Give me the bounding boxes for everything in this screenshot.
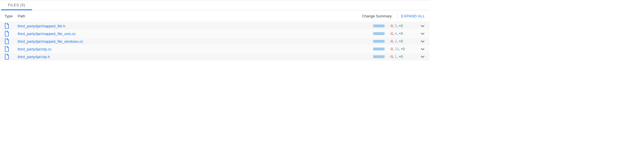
file-path-link[interactable]: third_party/ijar/mapped_file_unix.cc	[18, 32, 373, 36]
header-separator	[397, 13, 398, 19]
change-stats: -0, 4, +0	[390, 32, 417, 36]
file-icon	[5, 38, 18, 44]
change-bar	[373, 40, 385, 43]
change-bar	[373, 48, 385, 50]
file-icon	[5, 23, 18, 29]
tab-strip: FILES (5)	[0, 0, 429, 10]
tab-count: (5)	[20, 3, 25, 7]
change-stats: -0, 3, +0	[390, 24, 417, 28]
header-type: Type	[5, 14, 18, 18]
chevron-down-icon	[420, 24, 425, 28]
change-stats: -0, 2, +0	[390, 39, 417, 43]
change-stats: -0, 1, +0	[390, 55, 417, 59]
file-icon	[5, 46, 18, 52]
file-icon	[5, 54, 18, 60]
file-path-link[interactable]: third_party/ijar/zip.cc	[18, 47, 373, 51]
header-change-summary: Change Summary	[362, 14, 396, 18]
expand-row-button[interactable]	[417, 24, 425, 28]
change-stats: -0, 10, +0	[390, 47, 417, 51]
expand-row-button[interactable]	[417, 47, 425, 51]
file-icon	[5, 31, 18, 36]
file-path-link[interactable]: third_party/ijar/mapped_file.h	[18, 24, 373, 28]
table-row: third_party/ijar/mapped_file_windows.cc-…	[0, 37, 429, 45]
file-path-link[interactable]: third_party/ijar/mapped_file_windows.cc	[18, 39, 373, 44]
file-list: third_party/ijar/mapped_file.h-0, 3, +0t…	[0, 22, 429, 60]
table-row: third_party/ijar/mapped_file.h-0, 3, +0	[0, 22, 429, 30]
table-header: Type Path Change Summary EXPAND ALL	[0, 10, 429, 22]
change-bar	[373, 55, 385, 58]
table-row: third_party/ijar/zip.cc-0, 10, +0	[0, 45, 429, 53]
chevron-down-icon	[420, 39, 425, 44]
expand-all-button[interactable]: EXPAND ALL	[400, 14, 425, 18]
table-row: third_party/ijar/zip.h-0, 1, +0	[0, 53, 429, 60]
expand-row-button[interactable]	[417, 39, 425, 44]
table-row: third_party/ijar/mapped_file_unix.cc-0, …	[0, 30, 429, 37]
header-path: Path	[18, 14, 362, 18]
change-bar	[373, 32, 385, 35]
tab-files[interactable]: FILES (5)	[3, 0, 30, 10]
tab-label: FILES	[8, 3, 19, 7]
file-path-link[interactable]: third_party/ijar/zip.h	[18, 55, 373, 59]
expand-row-button[interactable]	[417, 31, 425, 36]
chevron-down-icon	[420, 47, 425, 51]
expand-row-button[interactable]	[417, 54, 425, 59]
chevron-down-icon	[420, 31, 425, 36]
change-bar	[373, 24, 385, 27]
chevron-down-icon	[420, 54, 425, 59]
